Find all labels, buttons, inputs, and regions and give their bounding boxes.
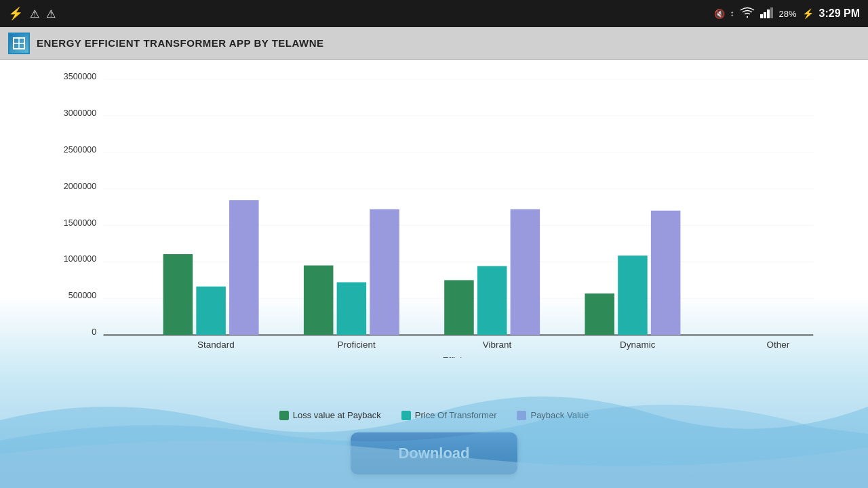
bar-vibrant-payback bbox=[511, 209, 540, 336]
warning-icon-2: ⚠ bbox=[46, 7, 56, 20]
mute-icon: 🔇 bbox=[714, 9, 725, 19]
download-button[interactable]: Download bbox=[351, 432, 517, 474]
bar-proficient-price bbox=[337, 282, 367, 335]
chart-container: 0 500000 1000000 1500000 2000000 2500000… bbox=[0, 60, 868, 418]
svg-text:0: 0 bbox=[92, 327, 96, 337]
app-logo bbox=[8, 33, 30, 54]
battery-percent: 28% bbox=[779, 9, 797, 19]
bar-vibrant-price bbox=[477, 266, 507, 336]
svg-text:Other: Other bbox=[767, 340, 790, 350]
svg-text:Vibrant: Vibrant bbox=[483, 340, 512, 350]
sync-icon: ↕ bbox=[730, 9, 734, 18]
bar-standard-payback bbox=[229, 200, 259, 335]
svg-text:Proficient: Proficient bbox=[338, 340, 376, 350]
signal-icon bbox=[760, 7, 774, 20]
svg-text:2000000: 2000000 bbox=[64, 182, 96, 191]
bar-chart: 0 500000 1000000 1500000 2000000 2500000… bbox=[54, 73, 827, 358]
bar-proficient-payback bbox=[370, 209, 399, 336]
svg-text:500000: 500000 bbox=[68, 291, 97, 300]
bar-dynamic-price bbox=[618, 256, 648, 335]
svg-text:1000000: 1000000 bbox=[64, 254, 96, 264]
app-title: ENERGY EFFICIENT TRANSFORMER APP BY TELA… bbox=[37, 37, 323, 49]
svg-rect-0 bbox=[760, 14, 763, 18]
warning-icon-1: ⚠ bbox=[30, 7, 39, 20]
charging-icon: ⚡ bbox=[802, 8, 814, 19]
bar-vibrant-loss bbox=[444, 280, 474, 335]
bar-proficient-loss bbox=[304, 266, 334, 336]
svg-rect-3 bbox=[770, 7, 773, 18]
svg-text:3000000: 3000000 bbox=[64, 108, 96, 118]
usb-icon: ⚡ bbox=[8, 6, 23, 21]
svg-rect-2 bbox=[767, 9, 770, 18]
main-content: 0 500000 1000000 1500000 2000000 2500000… bbox=[0, 60, 868, 488]
status-bar: ⚡ ⚠ ⚠ 🔇 ↕ 28% ⚡ 3:29 PM bbox=[0, 0, 868, 27]
status-icons-right: 🔇 ↕ 28% ⚡ 3:29 PM bbox=[714, 7, 861, 21]
svg-text:Dynamic: Dynamic bbox=[620, 340, 656, 350]
svg-text:3500000: 3500000 bbox=[64, 73, 96, 81]
wifi-icon bbox=[740, 7, 755, 21]
bar-standard-price bbox=[196, 287, 226, 336]
svg-text:1500000: 1500000 bbox=[64, 218, 96, 228]
bar-standard-loss bbox=[163, 254, 193, 335]
app-bar: ENERGY EFFICIENT TRANSFORMER APP BY TELA… bbox=[0, 27, 868, 60]
clock-display: 3:29 PM bbox=[819, 7, 860, 20]
status-icons-left: ⚡ ⚠ ⚠ bbox=[8, 6, 56, 21]
bar-dynamic-loss bbox=[585, 293, 614, 335]
bar-dynamic-payback bbox=[651, 211, 681, 335]
svg-text:Standard: Standard bbox=[197, 340, 235, 350]
svg-text:Efficiency: Efficiency bbox=[442, 355, 481, 358]
svg-text:2500000: 2500000 bbox=[64, 145, 96, 155]
svg-rect-1 bbox=[764, 12, 766, 18]
